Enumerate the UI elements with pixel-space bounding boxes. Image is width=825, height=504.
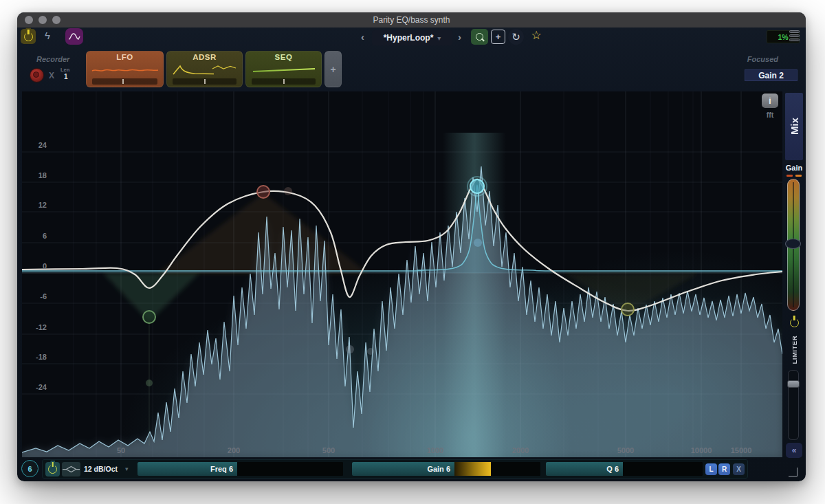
record-button[interactable] bbox=[30, 68, 44, 83]
info-button[interactable]: i bbox=[762, 94, 778, 108]
db-axis-label: -18 bbox=[36, 353, 47, 361]
focused-label: Focused bbox=[741, 55, 778, 63]
recorder-clear-button[interactable]: X bbox=[49, 71, 54, 80]
output-gain-fader[interactable] bbox=[787, 179, 800, 311]
band-power-button[interactable] bbox=[45, 462, 60, 476]
freq-axis-label: 2000 bbox=[512, 446, 529, 454]
search-presets-button[interactable] bbox=[471, 29, 488, 45]
preset-prev-button[interactable]: ‹ bbox=[361, 30, 364, 45]
db-axis-label: 0 bbox=[43, 262, 47, 270]
recorder-label: Recorder bbox=[36, 55, 69, 63]
limiter-label: LIMITER bbox=[791, 336, 798, 364]
channel-right-button[interactable]: R bbox=[718, 463, 730, 475]
seq-title: SEQ bbox=[246, 53, 321, 61]
gain-meter-ticks bbox=[786, 175, 802, 177]
delete-band-button[interactable]: X bbox=[733, 463, 745, 475]
freq-axis-label: 5000 bbox=[617, 446, 634, 454]
band-number-badge[interactable]: 6 bbox=[21, 460, 38, 477]
limiter-power-button[interactable] bbox=[785, 315, 803, 330]
close-window-button[interactable] bbox=[25, 16, 33, 24]
eq-graph[interactable]: 24181260-6-12-18-24502005001000200050001… bbox=[22, 91, 782, 457]
gain-label: Gain bbox=[785, 164, 803, 172]
resize-handle[interactable] bbox=[789, 468, 798, 476]
q-slider-label: Q 6 bbox=[606, 465, 619, 473]
db-axis-label: 18 bbox=[38, 171, 47, 179]
adsr-envelope-icon bbox=[171, 63, 239, 76]
band-shape-button[interactable] bbox=[62, 462, 80, 476]
gain-fader-handle[interactable] bbox=[785, 239, 801, 249]
traffic-lights bbox=[25, 16, 60, 24]
bolt-icon[interactable]: ϟ bbox=[42, 30, 53, 43]
modulation-dot bbox=[474, 239, 482, 247]
modulation-dot bbox=[146, 380, 153, 386]
freq-axis-label: 500 bbox=[322, 446, 335, 454]
adsr-module[interactable]: ADSR bbox=[166, 51, 243, 87]
band-controls-bar: 12 dB/Oct ▾ Freq 6 Gain 6 Q 6 bbox=[42, 459, 748, 479]
save-preset-button[interactable]: + bbox=[491, 30, 505, 44]
adsr-amount-slider[interactable] bbox=[173, 78, 236, 85]
collapse-panel-button[interactable]: « bbox=[786, 443, 802, 458]
band-node-6[interactable] bbox=[470, 179, 484, 193]
band-node-1[interactable] bbox=[143, 311, 155, 323]
db-axis-label: -6 bbox=[40, 292, 47, 300]
gain-value-indicator bbox=[454, 462, 491, 476]
master-power-button[interactable] bbox=[21, 29, 36, 44]
seq-module[interactable]: SEQ bbox=[245, 51, 322, 87]
power-icon bbox=[790, 318, 799, 327]
add-modulator-button[interactable]: + bbox=[324, 51, 342, 87]
gain-slider-label: Gain 6 bbox=[427, 465, 450, 473]
preset-name: *HyperLoop* bbox=[384, 33, 434, 43]
lfo-waveform-icon bbox=[91, 63, 160, 76]
refresh-icon: ↻ bbox=[512, 31, 520, 43]
db-axis-label: 12 bbox=[38, 201, 47, 209]
right-panel: Mix Gain LIMITER « bbox=[785, 91, 804, 479]
sine-wave-icon bbox=[68, 32, 80, 41]
favorite-button[interactable]: ☆ bbox=[529, 28, 544, 45]
plugin-window: Parity EQ/bass synth ϟ ‹ *HyperLoop* ▾ ›… bbox=[17, 12, 806, 481]
lfo-amount-slider[interactable] bbox=[92, 78, 157, 85]
adsr-title: ADSR bbox=[167, 53, 242, 61]
reload-preset-button[interactable]: ↻ bbox=[508, 29, 524, 45]
gain-slider[interactable]: Gain 6 bbox=[352, 462, 540, 476]
minimize-window-button[interactable] bbox=[38, 16, 47, 24]
chevron-down-icon[interactable]: ▾ bbox=[125, 460, 129, 478]
limiter-fader[interactable] bbox=[788, 370, 799, 440]
star-icon: ☆ bbox=[531, 29, 541, 42]
plus-icon: + bbox=[330, 64, 336, 75]
db-axis-label: 6 bbox=[43, 232, 47, 240]
freq-axis-label: 10000 bbox=[691, 446, 712, 454]
band-node-2[interactable] bbox=[257, 186, 270, 198]
band-shape-icon bbox=[63, 464, 80, 474]
seq-amount-slider[interactable] bbox=[252, 78, 316, 85]
modulation-dot bbox=[367, 348, 374, 355]
freq-axis-label: 1000 bbox=[427, 446, 443, 454]
eq-graph-canvas: 24181260-6-12-18-24502005001000200050001… bbox=[22, 91, 782, 457]
freq-slider[interactable]: Freq 6 bbox=[138, 462, 343, 476]
band-node-5[interactable] bbox=[622, 303, 634, 316]
focused-parameter[interactable]: Gain 2 bbox=[745, 69, 798, 81]
q-slider[interactable]: Q 6 bbox=[546, 462, 703, 476]
modulation-button[interactable] bbox=[65, 28, 83, 45]
search-icon bbox=[476, 33, 483, 41]
modulation-dot bbox=[284, 187, 292, 195]
len-label: Len bbox=[60, 67, 69, 73]
mix-tab[interactable]: Mix bbox=[785, 93, 803, 160]
titlebar: Parity EQ/bass synth bbox=[17, 12, 806, 28]
freq-axis-label: 200 bbox=[228, 446, 240, 454]
fft-label[interactable]: fft bbox=[762, 111, 778, 119]
modulation-dot bbox=[346, 345, 354, 353]
window-title: Parity EQ/bass synth bbox=[17, 15, 806, 25]
menu-button[interactable] bbox=[789, 30, 800, 41]
lfo-module[interactable]: LFO bbox=[86, 51, 164, 87]
channel-left-button[interactable]: L bbox=[705, 463, 717, 475]
db-axis-label: 24 bbox=[38, 141, 47, 149]
slope-selector[interactable]: 12 dB/Oct bbox=[84, 460, 118, 478]
len-value[interactable]: 1 bbox=[64, 73, 68, 80]
desktop-background: Parity EQ/bass synth ϟ ‹ *HyperLoop* ▾ ›… bbox=[0, 0, 825, 504]
power-icon bbox=[24, 32, 33, 41]
seq-line-icon bbox=[250, 63, 318, 76]
preset-selector[interactable]: *HyperLoop* ▾ bbox=[372, 30, 452, 45]
limiter-fader-handle[interactable] bbox=[787, 380, 800, 388]
zoom-window-button[interactable] bbox=[52, 16, 60, 24]
preset-next-button[interactable]: › bbox=[458, 30, 461, 45]
